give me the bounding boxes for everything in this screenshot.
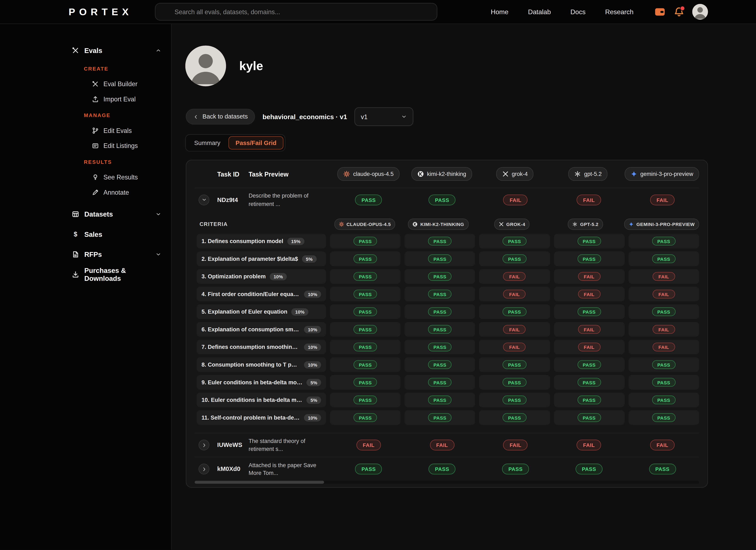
sidebar-item-label: Edit Listings [104, 142, 138, 149]
claude-icon [339, 222, 344, 227]
result-badge-pass: PASS [577, 378, 601, 387]
sidebar-item-annotate[interactable]: Annotate [0, 185, 171, 200]
task-result-cell: PASS [479, 464, 552, 474]
chevron-left-icon [193, 114, 198, 119]
criteria-result-cell: PASS [628, 252, 699, 266]
criteria-result-cell: FAIL [479, 287, 550, 301]
criteria-result-cell: PASS [479, 252, 550, 266]
result-badge-fail: FAIL [503, 194, 528, 205]
task-preview: The standard theory of retirement s... [249, 437, 332, 453]
datasets-icon [72, 210, 80, 218]
result-badge-pass: PASS [575, 464, 602, 474]
wallet-icon[interactable] [654, 6, 666, 18]
expand-task-IUWeWS-button[interactable] [198, 440, 209, 450]
criteria-model-chip-label: CLAUDE-OPUS-4.5 [346, 222, 391, 227]
sidebar-item-see-results[interactable]: See Results [0, 170, 171, 185]
criteria-result-cell: PASS [405, 269, 475, 284]
model-chip-label: claude-opus-4.5 [353, 171, 394, 177]
criteria-result-cell: PASS [628, 375, 699, 389]
chevron-down-icon [401, 114, 407, 120]
sidebar-item-sales[interactable]: $Sales [0, 224, 171, 244]
global-search[interactable] [155, 3, 437, 21]
tab-summary[interactable]: Summary [187, 136, 227, 149]
result-badge-fail: FAIL [652, 272, 675, 281]
criteria-label-cell: 2. Explanation of parameter $\delta$5% [197, 252, 326, 266]
task-result-cell: PASS [332, 464, 405, 474]
nav-research[interactable]: Research [605, 8, 633, 15]
nav-datalab[interactable]: Datalab [528, 8, 551, 15]
criteria-header-row: CRITERIACLAUDE-OPUS-4.5KIMI-K2-THINKINGG… [197, 215, 699, 233]
criteria-result-cell: PASS [330, 357, 401, 372]
result-badge-fail: FAIL [577, 194, 601, 205]
sidebar-item-datasets[interactable]: Datasets [0, 204, 171, 224]
criteria-result-cell: PASS [554, 252, 625, 266]
criteria-result-cell: PASS [330, 375, 401, 389]
nav-home[interactable]: Home [491, 8, 508, 15]
criteria-weight-badge: 10% [270, 273, 287, 280]
task-result-cell: FAIL [552, 194, 626, 205]
criteria-model-column: GROK-4 [477, 218, 547, 230]
back-to-datasets-button[interactable]: Back to datasets [186, 109, 255, 124]
result-badge-pass: PASS [503, 307, 526, 316]
criteria-label-cell: 10. Euler conditions in beta-delta mod..… [197, 392, 326, 407]
sidebar-item-import-eval[interactable]: Import Eval [0, 92, 171, 107]
sidebar-item-edit-evals[interactable]: Edit Evals [0, 123, 171, 138]
expand-task-NDz9t4-button[interactable] [198, 194, 209, 205]
sidebar-item-label: Sales [84, 230, 102, 238]
profile-avatar [185, 46, 226, 86]
sales-icon: $ [72, 230, 80, 238]
model-chip-claude-opus-4-5: claude-opus-4.5 [338, 167, 399, 181]
criteria-result-cell: PASS [405, 234, 475, 248]
criteria-weight-badge: 5% [302, 255, 317, 263]
search-input[interactable] [174, 8, 431, 16]
horizontal-scrollbar[interactable] [195, 481, 699, 484]
notifications-button[interactable] [674, 6, 684, 17]
kimi-icon [417, 171, 424, 177]
result-badge-fail: FAIL [652, 289, 675, 298]
criteria-row: 5. Explanation of Euler equation10%PASSP… [197, 304, 699, 319]
criteria-weight-badge: 5% [307, 396, 321, 403]
result-badge-pass: PASS [503, 237, 526, 246]
dataset-controls: Back to datasets behavioral_economics · … [186, 107, 413, 126]
criteria-result-cell: PASS [554, 392, 625, 407]
criteria-row: 9. Euler conditions in beta-delta model.… [197, 375, 699, 389]
result-badge-fail: FAIL [650, 440, 675, 450]
task-result-cell: PASS [405, 464, 479, 474]
criteria-label-cell: 8. Consumption smoothing to T periods10% [197, 357, 326, 372]
nav-docs[interactable]: Docs [570, 8, 585, 15]
scrollbar-thumb[interactable] [195, 481, 324, 484]
grid-header-row: Task IDTask Previewclaude-opus-4.5kimi-k… [195, 160, 699, 188]
sidebar-item-label: Import Eval [104, 96, 136, 103]
criteria-result-cell: PASS [628, 410, 699, 425]
criteria-result-cell: PASS [405, 304, 475, 319]
sidebar-item-purchases-downloads[interactable]: Purchases & Downloads [0, 264, 171, 284]
task-result-cell: FAIL [626, 194, 699, 205]
criteria-label-cell: 5. Explanation of Euler equation10% [197, 304, 326, 319]
import-icon [92, 96, 99, 103]
version-select[interactable]: v1 [354, 107, 413, 126]
criteria-row: 10. Euler conditions in beta-delta mod..… [197, 392, 699, 407]
task-preview: Attached is the paper Save More Tom... [249, 461, 332, 477]
result-badge-pass: PASS [428, 342, 452, 351]
criteria-result-cell: PASS [405, 410, 475, 425]
sidebar-section-create: CREATE [0, 60, 171, 77]
result-badge-fail: FAIL [578, 272, 601, 281]
model-column: claude-opus-4.5 [332, 167, 405, 181]
sidebar-item-edit-listings[interactable]: Edit Listings [0, 138, 171, 153]
sidebar-item-eval-builder[interactable]: Eval Builder [0, 76, 171, 92]
result-badge-pass: PASS [353, 237, 377, 246]
result-badge-pass: PASS [652, 237, 676, 246]
result-badge-pass: PASS [353, 378, 377, 387]
criteria-result-cell: PASS [330, 392, 401, 407]
result-badge-fail: FAIL [652, 325, 675, 333]
user-avatar[interactable] [692, 4, 708, 20]
sidebar-item-rfps[interactable]: RFPs [0, 244, 171, 264]
model-chip-gpt-5-2: gpt-5.2 [568, 167, 607, 181]
tab-pass-fail-grid[interactable]: Pass/Fail Grid [229, 136, 283, 149]
criteria-model-column: GPT-5.2 [551, 218, 620, 230]
expand-task-kM0Xd0-button[interactable] [198, 464, 209, 474]
model-column: kimi-k2-thinking [405, 167, 478, 181]
result-badge-pass: PASS [502, 464, 529, 474]
task-preview: Describe the problem of retirement ... [249, 192, 332, 208]
sidebar-item-evals[interactable]: Evals [0, 40, 171, 60]
